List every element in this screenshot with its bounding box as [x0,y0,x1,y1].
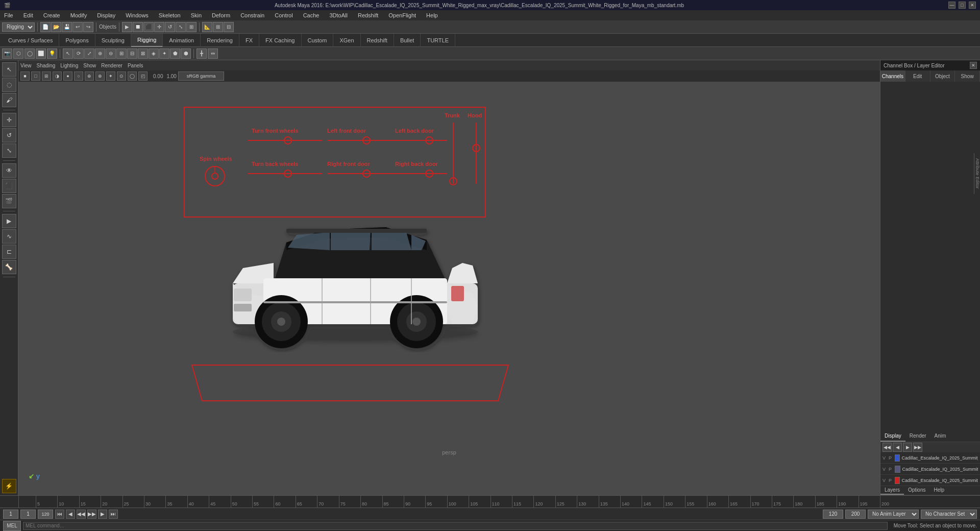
layer-p-2[interactable]: P [889,478,892,483]
menu-item-file[interactable]: File [2,11,15,19]
wireframe-btn[interactable]: ⬡ [13,49,23,59]
tab-xgen[interactable]: XGen [333,34,360,47]
snap-btn[interactable]: 📐 [202,22,212,32]
tab-turtle[interactable]: TURTLE [421,34,455,47]
menu-item-openflight[interactable]: OpenFlight [386,11,418,19]
vp-icon4[interactable]: ◑ [53,71,62,81]
rotate-tool[interactable]: ↺ [2,128,16,142]
next-frame-btn[interactable]: ▶ [98,510,107,519]
grid-btn[interactable]: ⊞ [213,22,223,32]
vp-menu-panels[interactable]: Panels [128,63,143,68]
vp-menu-shading[interactable]: Shading [37,63,56,68]
layer-v-2[interactable]: V [883,478,886,483]
character-set-select[interactable]: No Character Set [921,510,977,519]
vp-icon12[interactable]: ◰ [138,71,148,81]
icon6[interactable]: ⊞ [116,49,127,59]
icon4[interactable]: ⊕ [95,49,105,59]
layers-back-btn[interactable]: ◀ [893,443,902,452]
total-end-input[interactable] [845,510,866,519]
icon8[interactable]: ⊠ [138,49,148,59]
menu-item-edit[interactable]: Edit [21,11,35,19]
smooth-btn[interactable]: ◯ [24,49,35,59]
tab-animation[interactable]: Animation [163,34,201,47]
vp-menu-view[interactable]: View [20,63,32,68]
rp-tab-object[interactable]: Object [930,70,955,82]
select-btn[interactable]: ▶ [122,22,132,32]
mel-python-toggle[interactable]: MEL [3,521,21,531]
scale-btn[interactable]: ⤡ [176,22,186,32]
menu-item-3dtoall[interactable]: 3DtoAll [327,11,349,19]
tab-fx[interactable]: FX [239,34,259,47]
rp-close-btn[interactable]: ✕ [970,62,977,69]
mode-select[interactable]: Rigging [2,22,35,32]
menu-item-skin[interactable]: Skin [189,11,204,19]
new-scene-btn[interactable]: 📄 [40,22,51,32]
vp-icon11[interactable]: ◯ [128,71,137,81]
show-hide-btn[interactable]: 👁 [2,163,16,178]
curve-btn[interactable]: ∿ [2,229,16,244]
maximize-button[interactable]: □ [959,2,966,9]
select-tool[interactable]: ↖ [2,62,16,77]
tab-custom[interactable]: Custom [302,34,334,47]
menu-item-help[interactable]: Help [424,11,440,19]
play-backward-btn[interactable]: ◀◀ [77,510,86,519]
icon2[interactable]: ⟳ [74,49,84,59]
render-btn[interactable]: 🎬 [2,194,16,208]
layer-btn[interactable]: ⬛ [2,179,16,193]
range-start-input[interactable] [20,510,36,519]
layer-v-1[interactable]: V [883,467,886,472]
menu-item-deform[interactable]: Deform [210,11,232,19]
viewport-canvas[interactable]: Turn front wheels Spin wheels Turn back … [18,82,880,495]
vp-icon5[interactable]: ● [63,71,72,81]
vp-icon10[interactable]: ⊙ [117,71,126,81]
menu-item-display[interactable]: Display [95,11,117,19]
lasso-tool[interactable]: ◌ [2,78,16,92]
anim-btn[interactable]: ▶ [2,214,16,228]
end-frame-input[interactable] [823,510,843,519]
layers-next-btn[interactable]: ▶▶ [913,443,922,452]
tab-fx-caching[interactable]: FX Caching [259,34,301,47]
vp-icon8[interactable]: ⊗ [95,71,105,81]
rp-tab-show[interactable]: Show [955,70,980,82]
layer-sub-tab-layers[interactable]: Layers [880,486,904,495]
snap-grid-btn[interactable]: ⊟ [224,22,234,32]
mel-btn[interactable]: ⚡ [2,479,16,493]
vp-menu-lighting[interactable]: Lighting [60,63,78,68]
transform-btn[interactable]: ⊞ [186,22,197,32]
layers-fwd-btn[interactable]: ▶ [903,443,912,452]
goto-end-btn[interactable]: ⏭ [109,510,118,519]
close-button[interactable]: ✕ [969,2,976,9]
tab-rigging[interactable]: Rigging [131,34,163,47]
icon3[interactable]: ⤢ [84,49,94,59]
tab-curves---surfaces[interactable]: Curves / Surfaces [2,34,59,47]
layer-row-0[interactable]: V P Cadillac_Escalade_IQ_2025_Summit_Whi… [880,452,980,464]
layer-p-0[interactable]: P [889,455,892,461]
light-btn[interactable]: 💡 [47,49,57,59]
icon10[interactable]: ✦ [159,49,169,59]
rp-sub-tab-anim[interactable]: Anim [930,432,950,442]
menu-item-modify[interactable]: Modify [68,11,89,19]
plus-btn[interactable]: ╋ [197,49,207,59]
move-btn[interactable]: ✛ [154,22,164,32]
icon1[interactable]: ↖ [63,49,73,59]
undo-btn[interactable]: ↩ [72,22,83,32]
paint-btn[interactable]: ⬛ [143,22,154,32]
layer-row-1[interactable]: V P Cadillac_Escalade_IQ_2025_Summit_Whi… [880,464,980,475]
menu-item-constrain[interactable]: Constrain [238,11,266,19]
vp-icon1[interactable]: ■ [20,71,30,81]
gamma-btn[interactable]: sRGB gamma [178,71,224,81]
tab-sculpting[interactable]: Sculpting [95,34,131,47]
layer-p-1[interactable]: P [889,467,892,472]
menu-item-windows[interactable]: Windows [124,11,151,19]
menu-item-redshift[interactable]: Redshift [356,11,380,19]
layer-sub-tab-help[interactable]: Help [929,486,948,495]
vp-icon3[interactable]: ⊞ [42,71,51,81]
layer-sub-tab-options[interactable]: Options [904,486,929,495]
lasso-btn[interactable]: 🔲 [133,22,143,32]
redo-btn[interactable]: ↪ [83,22,93,32]
vp-icon6[interactable]: ○ [74,71,83,81]
menu-item-create[interactable]: Create [41,11,62,19]
rp-tab-edit[interactable]: Edit [905,70,930,82]
icon5[interactable]: ⊖ [106,49,116,59]
layers-prev-btn[interactable]: ◀◀ [883,443,892,452]
